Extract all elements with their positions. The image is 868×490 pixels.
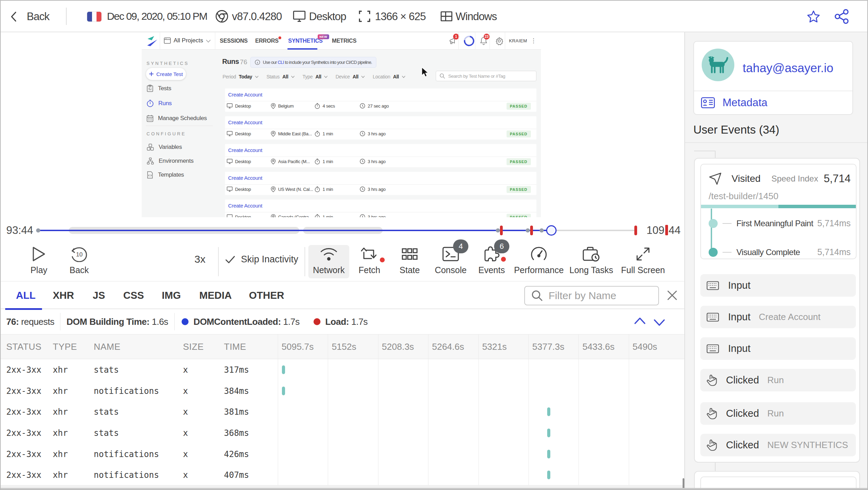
event-row-clicked[interactable]: Clicked Run — [700, 369, 856, 391]
notifications-bell-icon[interactable]: 23 — [480, 37, 487, 45]
app-sidebar-item-environments[interactable]: Environments — [147, 157, 193, 165]
app-tab-errors[interactable]: ERRORS — [255, 38, 278, 44]
close-panel-icon[interactable] — [667, 290, 678, 301]
fetch-alert-dot — [380, 257, 385, 262]
run-cell: 1 min — [315, 186, 333, 192]
console-count-badge: 4 — [453, 239, 468, 253]
filter-type[interactable]: Type All — [302, 74, 328, 79]
windows-os-icon — [440, 10, 453, 22]
settings-gear-icon[interactable] — [495, 37, 503, 45]
network-tab-js[interactable]: JS — [93, 290, 105, 301]
cli-link[interactable]: CLI — [278, 60, 284, 65]
network-tab-css[interactable]: CSS — [123, 290, 144, 301]
run-row[interactable]: Desktop Belgium 4 secs 27 sec ago PASSED — [225, 101, 536, 112]
back-10-button[interactable]: 10 Back — [58, 245, 100, 278]
skip-inactivity-toggle[interactable]: Skip Inactivity — [225, 254, 298, 265]
full-screen-button[interactable]: Full Screen — [619, 245, 667, 278]
request-row[interactable]: 2xx-3xxxhrstatsx317ms — [0, 359, 684, 380]
run-row[interactable]: Desktop Middle East (Ba... 1 min 3 hrs a… — [225, 129, 536, 140]
create-test-button[interactable]: Create Test — [146, 68, 186, 80]
run-cell: Desktop — [227, 159, 251, 164]
app-tab-sessions[interactable]: SESSIONS — [220, 38, 248, 44]
state-panel-button[interactable]: State — [389, 245, 431, 278]
test-search-input[interactable]: Search by Test Name or #Tag — [436, 71, 536, 81]
back-button[interactable]: Back — [27, 10, 49, 23]
filter-by-name-input[interactable]: Filter by Name — [524, 286, 659, 305]
control-label: Performance — [514, 265, 564, 275]
kebab-menu-icon[interactable]: ⋮ — [531, 37, 536, 44]
main-scrollbar-thumb[interactable] — [683, 478, 684, 489]
network-tab-img[interactable]: IMG — [162, 290, 181, 301]
run-test-name-link[interactable]: Create Account — [228, 92, 262, 98]
app-sidebar-item-templates[interactable]: Templates — [147, 171, 184, 179]
fetch-panel-button[interactable]: Fetch — [349, 245, 390, 278]
request-row[interactable]: 2xx-3xxxhrnotificationsx426ms — [0, 443, 684, 465]
asayer-logo-icon[interactable] — [146, 35, 158, 47]
app-tab-metrics[interactable]: METRICS — [332, 38, 357, 44]
filter-device[interactable]: Device All — [335, 74, 365, 79]
duration: 1 min — [323, 214, 333, 217]
play-button[interactable]: Play — [18, 245, 60, 278]
network-tab-all[interactable]: ALL — [16, 290, 35, 301]
run-test-name-link[interactable]: Create Account — [228, 119, 262, 125]
run-test-name-link[interactable]: Create Account — [228, 203, 262, 209]
network-tab-media[interactable]: MEDIA — [199, 290, 232, 301]
event-row-input[interactable]: Input — [700, 337, 856, 360]
player-track[interactable] — [37, 230, 636, 231]
app-sidebar-item-variables[interactable]: Variables — [147, 143, 182, 151]
app-sidebar-item-tests[interactable]: Tests — [147, 85, 171, 92]
request-row[interactable]: 2xx-3xxxhrstatsx381ms — [0, 401, 684, 422]
run-row[interactable]: Desktop Canada (Centra... 1 min 3 hrs ag… — [225, 212, 536, 217]
network-tab-other[interactable]: OTHER — [249, 290, 284, 301]
app-sidebar-item-runs[interactable]: Runs — [147, 100, 172, 107]
event-row-input[interactable]: Input Create Account — [700, 306, 856, 328]
run-cell: 4 secs — [315, 103, 335, 109]
user-email-link[interactable]: tahay@asayer.io — [743, 61, 833, 75]
time-tick: 5095.7s — [282, 341, 314, 352]
network-tab-xhr[interactable]: XHR — [53, 290, 74, 301]
project-selector[interactable]: All Projects — [174, 37, 203, 44]
filter-value: All — [393, 74, 399, 79]
load-time: Load: 1.7s — [325, 316, 368, 327]
request-row[interactable]: 2xx-3xxxhrnotificationsx407ms — [0, 464, 684, 485]
location-pin-icon — [271, 131, 276, 137]
app-sidebar-item-manage-schedules[interactable]: Manage Schedules — [147, 115, 207, 122]
announcements-icon[interactable]: 1 — [449, 37, 457, 45]
user-menu[interactable]: KRAIEM — [509, 38, 527, 43]
network-panel-button[interactable]: Network — [308, 245, 349, 278]
type: xhr — [53, 386, 68, 396]
device: Desktop — [235, 131, 251, 136]
metadata-button[interactable]: Metadata — [701, 96, 767, 109]
performance-icon — [531, 246, 547, 262]
speed-button[interactable]: 3x — [194, 253, 206, 265]
run-row[interactable]: Desktop US West (N. Cal... 1 min 3 hrs a… — [225, 185, 536, 195]
app-tab-synthetics[interactable]: SYNTHETICS — [288, 38, 323, 44]
favorite-star-icon[interactable] — [807, 10, 820, 23]
console-panel-button[interactable]: 4 Console — [430, 245, 471, 278]
long-tasks-panel-button[interactable]: Long Tasks — [567, 245, 615, 278]
check-icon — [225, 255, 235, 264]
chevron-down-icon — [291, 76, 295, 78]
filter-status[interactable]: Status All — [266, 74, 295, 79]
run-test-name-link[interactable]: Create Account — [228, 175, 262, 181]
filter-location[interactable]: Location All — [373, 74, 406, 79]
share-icon[interactable] — [835, 9, 849, 24]
device: Desktop — [235, 187, 251, 192]
event-row-clicked[interactable]: Clicked Run — [700, 402, 856, 425]
run-row[interactable]: Desktop Asia Pacific (M... 1 min 3 hrs a… — [225, 157, 536, 167]
visited-event-card[interactable]: Visited Speed Index 5,714 /test-builder/… — [700, 164, 857, 259]
1: Runs — [158, 100, 172, 107]
jump-next-chevron-down-icon[interactable] — [653, 319, 665, 327]
playhead[interactable] — [546, 225, 557, 236]
event-row-input[interactable]: Input — [700, 274, 856, 297]
back-chevron-icon[interactable] — [10, 11, 17, 22]
jump-previous-chevron-up-icon[interactable] — [634, 317, 646, 324]
request-row[interactable]: 2xx-3xxxhrnotificationsx384ms — [0, 380, 684, 402]
request-row[interactable]: 2xx-3xxxhrstatsx368ms — [0, 422, 684, 443]
network-summary: 76: requests DOM Building Time: 1.6s DOM… — [0, 309, 684, 335]
events-panel-button[interactable]: 6 Events — [471, 245, 512, 278]
filter-period[interactable]: Period Today — [223, 74, 259, 79]
performance-panel-button[interactable]: Performance — [515, 245, 563, 278]
event-row-clicked[interactable]: Clicked NEW SYNTHETICS — [700, 434, 856, 456]
run-test-name-link[interactable]: Create Account — [228, 147, 262, 153]
